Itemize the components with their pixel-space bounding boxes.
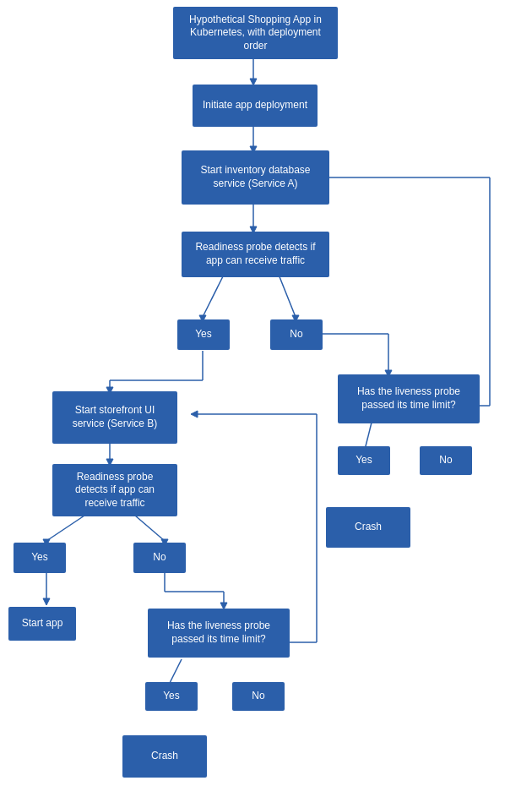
start-storefront-box: Start storefront UI service (Service B) [52,391,177,444]
start-inventory-box: Start inventory database service (Servic… [182,150,329,205]
yes-bottom-box: Yes [145,682,198,711]
yes-right-box: Yes [338,446,390,475]
title-box: Hypothetical Shopping App in Kubernetes,… [173,7,338,59]
svg-line-25 [46,516,84,541]
svg-line-6 [203,275,224,317]
initiate-box: Initiate app deployment [193,85,318,127]
readiness2-box: Readiness probe detects if app can recei… [52,464,177,516]
no2-box: No [133,543,186,573]
svg-line-27 [135,516,165,541]
start-app-box: Start app [8,607,76,641]
svg-marker-30 [43,598,50,605]
no-bottom-box: No [232,682,285,711]
liveness-bottom-box: Has the liveness probe passed its time l… [148,609,290,658]
svg-marker-40 [191,411,198,418]
yes2-box: Yes [14,543,66,573]
readiness1-box: Readiness probe detects if app can recei… [182,232,329,277]
yes1-box: Yes [177,319,230,350]
svg-line-8 [279,275,296,317]
no1-box: No [270,319,323,350]
crash-right-box: Crash [326,507,410,548]
crash-bottom-box: Crash [122,735,207,778]
no-right-box: No [420,446,472,475]
liveness-right-box: Has the liveness probe passed its time l… [338,374,480,423]
flowchart: Hypothetical Shopping App in Kubernetes,… [0,0,532,797]
